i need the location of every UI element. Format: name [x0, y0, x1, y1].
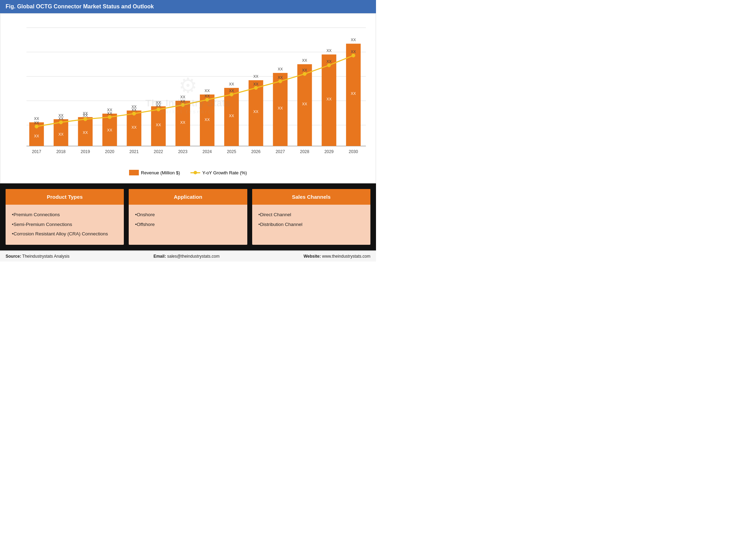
- list-item: •Distribution Channel: [258, 220, 364, 229]
- card-body-sales-channels: •Direct Channel •Distribution Channel: [252, 205, 370, 235]
- dot-2017: [35, 125, 38, 128]
- year-2019: 2019: [81, 149, 90, 154]
- card-header-application: Application: [129, 189, 247, 205]
- bar-mid-2027: XX: [278, 106, 283, 110]
- list-item: •Premium Connections: [12, 210, 118, 219]
- bar-mid-2021: XX: [131, 125, 137, 129]
- year-2021: 2021: [129, 149, 139, 154]
- dot-2023: [181, 103, 185, 107]
- legend-bar-icon: [129, 170, 139, 175]
- year-2023: 2023: [178, 149, 188, 154]
- footer-email-label: Email:: [153, 254, 166, 259]
- line-val-2018: XX: [58, 116, 63, 121]
- footer-source-value: Theindustrystats Analysis: [22, 254, 69, 259]
- dot-2025: [230, 93, 233, 96]
- bar-mid-2022: XX: [156, 123, 161, 127]
- year-2030: 2030: [349, 149, 358, 154]
- bar-mid-2028: XX: [302, 102, 307, 106]
- chart-inner: ⚙ The Industry Stats market research: [7, 21, 369, 167]
- line-val-2019: XX: [83, 113, 88, 118]
- bar-mid-2024: XX: [205, 118, 210, 122]
- chart-legend: Revenue (Million $) Y-oY Growth Rate (%): [7, 167, 369, 180]
- dot-2030: [352, 54, 355, 57]
- dot-2022: [157, 108, 160, 111]
- bar-label-2027: XX: [278, 67, 283, 71]
- line-val-2022: XX: [156, 104, 161, 108]
- legend-bar-label: Revenue (Million $): [141, 170, 180, 175]
- dot-2024: [205, 98, 209, 101]
- footer-email: Email: sales@theindustrystats.com: [153, 254, 220, 259]
- chart-svg: XX XX 2017 XX XX 2018 XX XX 2019 XX XX 2…: [7, 21, 369, 167]
- card-header-sales-channels: Sales Channels: [252, 189, 370, 205]
- list-item: •Semi-Premium Connections: [12, 220, 118, 229]
- dot-2020: [108, 115, 111, 119]
- year-2022: 2022: [154, 149, 163, 154]
- footer-website-value: www.theindustrystats.com: [322, 254, 370, 259]
- bar-mid-2018: XX: [58, 132, 63, 136]
- line-val-2027: XX: [278, 75, 283, 80]
- card-header-product-types: Product Types: [6, 189, 124, 205]
- list-item: •Offshore: [135, 220, 241, 229]
- bar-label-2024: XX: [205, 89, 210, 93]
- line-val-2023: XX: [180, 99, 186, 103]
- bar-mid-2017: XX: [34, 134, 39, 138]
- footer-website: Website: www.theindustrystats.com: [303, 254, 370, 259]
- legend-bar-item: Revenue (Million $): [129, 170, 180, 175]
- bar-label-2025: XX: [229, 82, 234, 86]
- year-2024: 2024: [203, 149, 212, 154]
- footer-email-value: sales@theindustrystats.com: [167, 254, 219, 259]
- year-2026: 2026: [251, 149, 261, 154]
- bar-label-2017: XX: [34, 116, 39, 121]
- bar-mid-2030: XX: [351, 91, 356, 96]
- bar-label-2023: XX: [180, 95, 186, 99]
- legend-line-icon: [190, 172, 200, 173]
- dot-2018: [59, 121, 63, 124]
- line-val-2029: XX: [326, 59, 332, 63]
- bar-mid-2025: XX: [229, 114, 234, 118]
- bar-label-2029: XX: [326, 48, 332, 53]
- footer-website-label: Website:: [303, 254, 321, 259]
- card-product-types: Product Types •Premium Connections •Semi…: [6, 189, 124, 245]
- year-2029: 2029: [324, 149, 334, 154]
- line-val-2025: XX: [229, 89, 234, 93]
- dot-2027: [278, 80, 282, 83]
- bar-mid-2029: XX: [326, 97, 332, 101]
- year-2025: 2025: [227, 149, 236, 154]
- bar-mid-2020: XX: [107, 128, 112, 132]
- line-val-2028: XX: [302, 68, 307, 72]
- line-val-2021: XX: [131, 108, 137, 112]
- chart-title: Fig. Global OCTG Connector Market Status…: [6, 3, 154, 9]
- dot-2028: [303, 72, 306, 76]
- line-val-2017: XX: [34, 121, 39, 125]
- line-val-2020: XX: [107, 111, 112, 115]
- page-wrapper: Fig. Global OCTG Connector Market Status…: [0, 0, 376, 262]
- list-item: •Direct Channel: [258, 210, 364, 219]
- footer-source: Source: Theindustrystats Analysis: [6, 254, 69, 259]
- bar-label-2028: XX: [302, 58, 307, 62]
- bar-mid-2026: XX: [253, 109, 258, 114]
- card-application: Application •Onshore •Offshore: [129, 189, 247, 245]
- year-2028: 2028: [300, 149, 309, 154]
- list-item: •Onshore: [135, 210, 241, 219]
- dot-2021: [132, 112, 136, 115]
- chart-container: ⚙ The Industry Stats market research: [0, 13, 376, 183]
- legend-line-item: Y-oY Growth Rate (%): [190, 170, 247, 175]
- bar-mid-2019: XX: [83, 130, 88, 135]
- line-val-2024: XX: [205, 94, 210, 98]
- dot-2026: [254, 86, 258, 90]
- card-body-product-types: •Premium Connections •Semi-Premium Conne…: [6, 205, 124, 245]
- year-2018: 2018: [56, 149, 66, 154]
- dot-2029: [327, 63, 331, 67]
- line-val-2026: XX: [253, 82, 258, 86]
- card-body-application: •Onshore •Offshore: [129, 205, 247, 235]
- list-item: •Corrosion Resistant Alloy (CRA) Connect…: [12, 229, 118, 239]
- year-2027: 2027: [276, 149, 285, 154]
- card-sales-channels: Sales Channels •Direct Channel •Distribu…: [252, 189, 370, 245]
- chart-header: Fig. Global OCTG Connector Market Status…: [0, 0, 376, 13]
- line-val-2030: XX: [351, 50, 356, 54]
- bar-label-2026: XX: [253, 74, 258, 78]
- legend-line-label: Y-oY Growth Rate (%): [202, 170, 247, 175]
- year-2017: 2017: [32, 149, 42, 154]
- cards-section: Product Types •Premium Connections •Semi…: [0, 183, 376, 250]
- footer: Source: Theindustrystats Analysis Email:…: [0, 250, 376, 262]
